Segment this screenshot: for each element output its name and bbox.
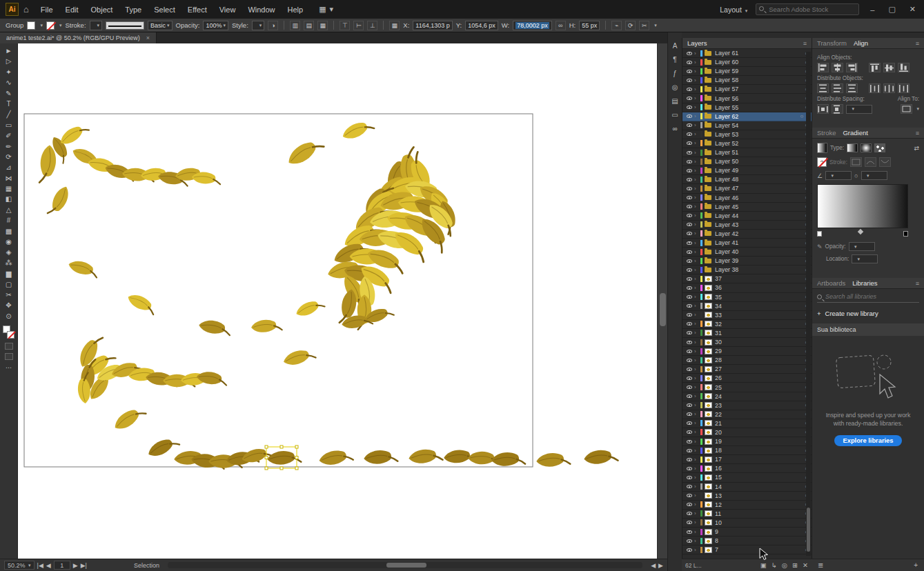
layer-name[interactable]: 21 bbox=[715, 420, 802, 427]
layer-name[interactable]: 17 bbox=[715, 456, 802, 463]
visibility-eye-icon[interactable] bbox=[685, 322, 694, 325]
layer-name[interactable]: 23 bbox=[715, 402, 802, 409]
libraries-panel-tab[interactable]: Libraries bbox=[852, 279, 877, 287]
layer-name[interactable]: 9 bbox=[715, 528, 802, 535]
gradient-stop-black[interactable] bbox=[903, 231, 908, 237]
new-sublayer-icon[interactable]: ↳ bbox=[771, 561, 777, 569]
layer-name[interactable]: Layer 56 bbox=[715, 95, 802, 102]
layer-row-layer-39[interactable]: ›Layer 39○ bbox=[682, 257, 812, 266]
menu-item-type[interactable]: Type bbox=[119, 6, 148, 14]
vertical-align-middle-icon[interactable]: ⊢ bbox=[353, 21, 364, 30]
expand-chevron-icon[interactable]: › bbox=[694, 186, 700, 192]
expand-chevron-icon[interactable]: › bbox=[694, 150, 700, 156]
expand-chevron-icon[interactable]: › bbox=[694, 294, 700, 300]
expand-chevron-icon[interactable]: › bbox=[694, 86, 700, 92]
layer-row-layer-40[interactable]: ›Layer 40○ bbox=[682, 248, 812, 257]
artboards-panel-tab[interactable]: Artboards bbox=[817, 279, 845, 287]
vertical-align-top-icon[interactable]: ⊤ bbox=[340, 21, 350, 30]
scale-tool[interactable]: ⊿ bbox=[0, 162, 17, 172]
visibility-eye-icon[interactable] bbox=[685, 485, 694, 488]
layer-name[interactable]: Layer 48 bbox=[715, 176, 802, 183]
links-panel-icon[interactable]: ∞ bbox=[668, 125, 682, 132]
shape-builder-tool[interactable]: ◧ bbox=[0, 194, 17, 204]
layer-row-17[interactable]: ›17○ bbox=[682, 455, 812, 464]
layer-name[interactable]: Layer 62 bbox=[715, 113, 797, 120]
aspect-ratio-field[interactable]: ▾ bbox=[861, 171, 887, 180]
layer-row-21[interactable]: ›21○ bbox=[682, 419, 812, 428]
align-horizontal-left-button[interactable] bbox=[817, 63, 829, 72]
layer-name[interactable]: Layer 38 bbox=[715, 266, 802, 273]
visibility-eye-icon[interactable] bbox=[685, 232, 694, 235]
shear-icon[interactable]: ⌁ bbox=[611, 21, 622, 30]
stroke-panel-tab[interactable]: Stroke bbox=[817, 129, 836, 137]
expand-chevron-icon[interactable]: › bbox=[694, 230, 700, 237]
layer-name[interactable]: 29 bbox=[715, 348, 802, 354]
stroke-proxy[interactable] bbox=[7, 331, 14, 339]
draw-mode-icon[interactable] bbox=[5, 343, 13, 350]
expand-chevron-icon[interactable]: › bbox=[694, 519, 700, 525]
visibility-eye-icon[interactable] bbox=[685, 494, 694, 497]
expand-chevron-icon[interactable]: › bbox=[694, 50, 700, 57]
gradient-fill-proxy[interactable] bbox=[817, 143, 827, 153]
layer-row-layer-44[interactable]: ›Layer 44○ bbox=[682, 212, 812, 221]
visibility-eye-icon[interactable] bbox=[685, 530, 694, 534]
layer-name[interactable]: 30 bbox=[715, 339, 802, 345]
layer-row-7[interactable]: ›7○ bbox=[682, 545, 812, 554]
expand-chevron-icon[interactable]: › bbox=[694, 411, 700, 417]
constrain-proportions-icon[interactable]: ∞ bbox=[556, 21, 566, 30]
layer-name[interactable]: Layer 52 bbox=[715, 140, 802, 147]
hand-tool[interactable]: ✥ bbox=[0, 300, 17, 310]
distribute-vertical-top-button[interactable] bbox=[817, 83, 829, 93]
layer-row-layer-58[interactable]: ›Layer 58○ bbox=[682, 76, 812, 85]
layer-name[interactable]: Layer 51 bbox=[715, 149, 802, 156]
visibility-eye-icon[interactable] bbox=[685, 205, 694, 208]
horizontal-align-right-icon[interactable]: ▦ bbox=[317, 21, 328, 30]
layer-row-layer-41[interactable]: ›Layer 41○ bbox=[682, 239, 812, 248]
fill-stroke-proxy[interactable] bbox=[3, 325, 15, 339]
line-segment-tool[interactable]: ╱ bbox=[0, 109, 17, 119]
visibility-eye-icon[interactable] bbox=[685, 350, 694, 353]
missing-swatch[interactable]: ? bbox=[817, 157, 827, 167]
visibility-eye-icon[interactable] bbox=[685, 79, 694, 82]
layer-name[interactable]: Layer 54 bbox=[715, 122, 802, 129]
expand-chevron-icon[interactable]: › bbox=[694, 339, 700, 345]
scroll-left-icon[interactable]: ◀ bbox=[651, 562, 656, 569]
expand-chevron-icon[interactable]: › bbox=[694, 420, 700, 426]
layer-row-layer-50[interactable]: ›Layer 50○ bbox=[682, 157, 812, 166]
visibility-eye-icon[interactable] bbox=[685, 521, 694, 524]
slice-tool[interactable]: ✂ bbox=[0, 290, 17, 300]
align-to-selection-button[interactable] bbox=[901, 104, 912, 114]
width-tool[interactable]: ⋈ bbox=[0, 173, 17, 183]
align-horizontal-center-button[interactable] bbox=[832, 63, 843, 72]
align-vertical-top-button[interactable] bbox=[869, 63, 881, 72]
expand-chevron-icon[interactable]: › bbox=[694, 221, 700, 228]
expand-chevron-icon[interactable]: › bbox=[694, 547, 700, 553]
artboard-tool[interactable]: ▢ bbox=[0, 279, 17, 290]
visibility-eye-icon[interactable] bbox=[685, 268, 694, 272]
create-new-library-button[interactable]: + Create new library bbox=[817, 310, 919, 317]
next-artboard-icon[interactable]: ▶ bbox=[73, 562, 78, 569]
arrange-documents-icon[interactable]: ▦ ▾ bbox=[319, 5, 334, 14]
visibility-eye-icon[interactable] bbox=[685, 341, 694, 344]
stroke-within-button[interactable] bbox=[850, 157, 862, 167]
library-sync-icon[interactable]: ≣ bbox=[818, 561, 823, 569]
distribute-horizontal-center-button[interactable] bbox=[883, 83, 895, 93]
visibility-eye-icon[interactable] bbox=[685, 52, 694, 55]
visibility-eye-icon[interactable] bbox=[685, 412, 694, 416]
visibility-eye-icon[interactable] bbox=[685, 385, 694, 389]
layer-name[interactable]: Layer 42 bbox=[715, 230, 802, 237]
layer-name[interactable]: 31 bbox=[715, 330, 802, 337]
linear-gradient-button[interactable] bbox=[847, 143, 858, 152]
layer-name[interactable]: Layer 45 bbox=[715, 203, 802, 210]
gradient-panel-tab[interactable]: Gradient bbox=[843, 129, 867, 137]
layer-row-layer-52[interactable]: ›Layer 52○ bbox=[682, 139, 812, 148]
layer-name[interactable]: 12 bbox=[715, 501, 802, 508]
illustrator-logo[interactable]: Ai bbox=[6, 3, 19, 16]
layer-name[interactable]: 26 bbox=[715, 374, 802, 381]
expand-chevron-icon[interactable]: › bbox=[694, 357, 700, 363]
expand-chevron-icon[interactable]: › bbox=[694, 59, 700, 66]
layer-row-27[interactable]: ›27○ bbox=[682, 365, 812, 374]
visibility-eye-icon[interactable] bbox=[685, 304, 694, 308]
expand-chevron-icon[interactable]: › bbox=[694, 402, 700, 408]
expand-chevron-icon[interactable]: › bbox=[694, 393, 700, 399]
